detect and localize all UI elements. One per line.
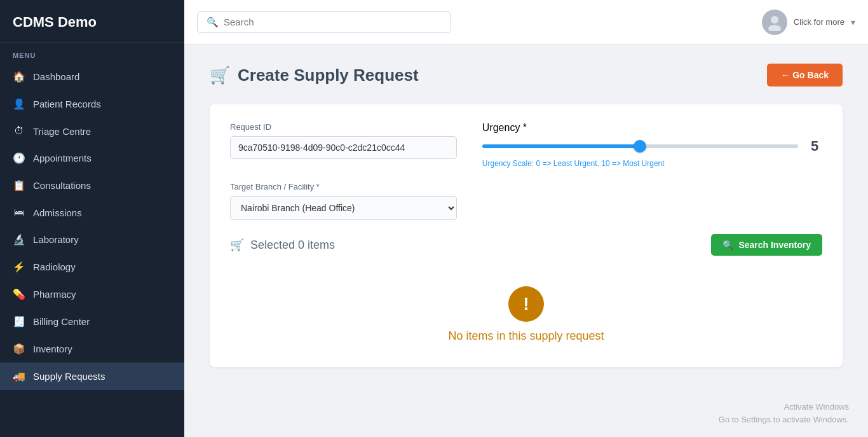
sidebar-item-consultations[interactable]: 📋 Consultations	[0, 172, 184, 199]
click-for-more-label: Click for more	[794, 17, 844, 27]
selected-items-header: 🛒 Selected 0 items 🔍 Search Inventory	[230, 234, 822, 256]
go-back-button[interactable]: ← Go Back	[767, 64, 843, 87]
sidebar-item-patient-records[interactable]: 👤 Patient Records	[0, 90, 184, 118]
dashboard-icon: 🏠	[13, 71, 25, 83]
search-icon: 🔍	[207, 17, 219, 28]
request-id-input[interactable]	[230, 136, 457, 159]
search-inventory-icon: 🔍	[722, 240, 733, 250]
warning-icon: !	[508, 286, 544, 322]
form-row-1: Request ID Urgency * 5 Urgency Scale: 0 …	[230, 122, 822, 168]
sidebar-item-supply-requests[interactable]: 🚚 Supply Requests	[0, 363, 184, 390]
sidebar-item-admissions[interactable]: 🛏 Admissions	[0, 199, 184, 226]
consultations-icon: 📋	[13, 179, 25, 191]
sidebar-label-appointments: Appointments	[33, 153, 92, 163]
billing-center-icon: 🧾	[13, 316, 25, 328]
menu-label: MENU	[0, 43, 184, 63]
target-branch-select[interactable]: Nairobi Branch (Head Office)Mombasa Bran…	[230, 196, 457, 220]
appointments-icon: 🕐	[13, 152, 25, 164]
triage-centre-icon: ⏱	[13, 125, 25, 137]
app-title: CDMS Demo	[0, 0, 184, 43]
svg-point-0	[771, 16, 778, 24]
form-card: Request ID Urgency * 5 Urgency Scale: 0 …	[210, 104, 843, 367]
content-area: 🛒 Create Supply Request ← Go Back Reques…	[184, 45, 868, 437]
avatar	[762, 10, 787, 35]
sidebar-label-pharmacy: Pharmacy	[33, 289, 76, 300]
sidebar-item-inventory[interactable]: 📦 Inventory	[0, 335, 184, 363]
user-menu[interactable]: Click for more ▾	[762, 10, 855, 35]
sidebar-label-inventory: Inventory	[33, 343, 72, 354]
sidebar-item-triage-centre[interactable]: ⏱ Triage Centre	[0, 118, 184, 144]
sidebar-label-consultations: Consultations	[33, 180, 91, 191]
search-inventory-label: Search Inventory	[738, 240, 811, 250]
urgency-row: 5	[482, 138, 822, 155]
sidebar-label-billing-center: Billing Center	[33, 316, 90, 327]
search-input[interactable]	[224, 17, 442, 27]
sidebar-item-dashboard[interactable]: 🏠 Dashboard	[0, 63, 184, 90]
sidebar-label-laboratory: Laboratory	[33, 234, 79, 245]
page-header: 🛒 Create Supply Request ← Go Back	[210, 64, 843, 87]
search-box[interactable]: 🔍	[197, 11, 451, 33]
form-row-2: Target Branch / Facility * Nairobi Branc…	[230, 182, 822, 220]
urgency-slider[interactable]	[482, 144, 798, 148]
supply-requests-icon: 🚚	[13, 370, 25, 382]
target-branch-group: Target Branch / Facility * Nairobi Branc…	[230, 182, 457, 220]
chevron-down-icon: ▾	[851, 17, 855, 27]
search-inventory-button[interactable]: 🔍 Search Inventory	[711, 234, 822, 256]
selected-items-label: Selected 0 items	[250, 239, 335, 252]
target-branch-label: Target Branch / Facility *	[230, 182, 457, 191]
main-area: 🔍 Click for more ▾ 🛒 Create Supply Reque…	[184, 0, 868, 437]
cart-icon: 🛒	[210, 66, 230, 85]
sidebar-item-laboratory[interactable]: 🔬 Laboratory	[0, 226, 184, 253]
sidebar-label-triage-centre: Triage Centre	[33, 126, 91, 137]
header: 🔍 Click for more ▾	[184, 0, 868, 45]
sidebar-label-patient-records: Patient Records	[33, 99, 101, 109]
selected-items-title: 🛒 Selected 0 items	[230, 238, 335, 252]
patient-records-icon: 👤	[13, 98, 25, 110]
urgency-group: Urgency * 5 Urgency Scale: 0 => Least Ur…	[482, 122, 822, 168]
admissions-icon: 🛏	[13, 207, 25, 218]
sidebar: CDMS Demo MENU 🏠 Dashboard 👤 Patient Rec…	[0, 0, 184, 437]
radiology-icon: ⚡	[13, 261, 25, 273]
sidebar-item-appointments[interactable]: 🕐 Appointments	[0, 144, 184, 172]
request-id-label: Request ID	[230, 122, 457, 132]
sidebar-label-supply-requests: Supply Requests	[33, 371, 105, 382]
sidebar-label-radiology: Radiology	[33, 261, 76, 272]
laboratory-icon: 🔬	[13, 233, 25, 246]
inventory-icon: 📦	[13, 343, 25, 355]
cart-icon-2: 🛒	[230, 238, 244, 252]
svg-point-1	[768, 25, 781, 31]
empty-state-text: No items in this supply request	[448, 329, 604, 343]
urgency-label: Urgency *	[482, 122, 822, 134]
sidebar-item-billing-center[interactable]: 🧾 Billing Center	[0, 308, 184, 335]
sidebar-item-pharmacy[interactable]: 💊 Pharmacy	[0, 281, 184, 308]
request-id-group: Request ID	[230, 122, 457, 168]
pharmacy-icon: 💊	[13, 288, 25, 300]
urgency-scale-text: Urgency Scale: 0 => Least Urgent, 10 => …	[482, 159, 822, 168]
page-title: 🛒 Create Supply Request	[210, 66, 419, 85]
urgency-value: 5	[807, 138, 822, 155]
sidebar-label-dashboard: Dashboard	[33, 71, 79, 82]
empty-state: ! No items in this supply request	[230, 267, 822, 349]
sidebar-label-admissions: Admissions	[33, 207, 82, 218]
sidebar-item-radiology[interactable]: ⚡ Radiology	[0, 253, 184, 281]
